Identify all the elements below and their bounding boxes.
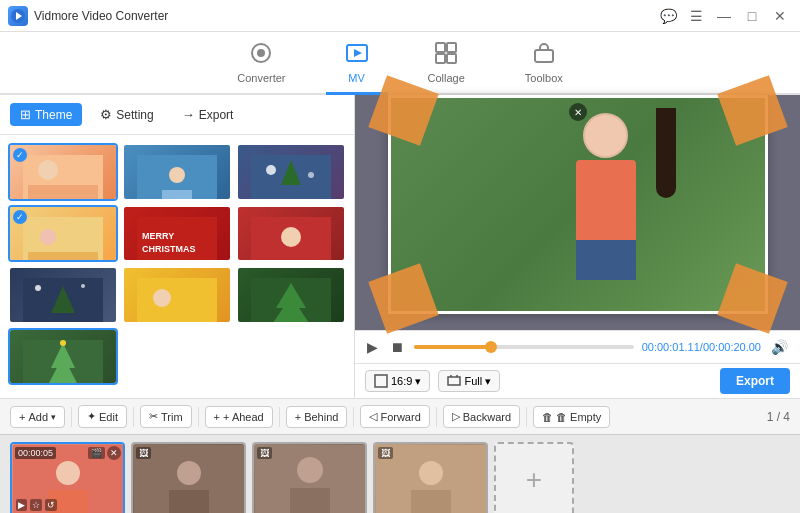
timeline-item-2[interactable]: 🖼 [131, 442, 246, 513]
quality-select[interactable]: Full ▾ [438, 370, 500, 392]
tab-converter[interactable]: Converter [217, 38, 305, 95]
tab-toolbox[interactable]: Toolbox [505, 38, 583, 95]
behind-button[interactable]: + Behind [286, 406, 348, 428]
panel-tab-theme[interactable]: ⊞ Theme [10, 103, 82, 126]
svg-rect-16 [162, 190, 192, 200]
tab-converter-label: Converter [237, 72, 285, 84]
add-plus-icon: + [19, 411, 25, 423]
timeline-loop-icon[interactable]: ↺ [45, 499, 57, 511]
page-count: 1 / 4 [767, 410, 790, 424]
timeline-add-button[interactable]: + [494, 442, 574, 513]
theme-item-stripes-waves[interactable]: Stripes & Waves [122, 266, 232, 324]
svg-rect-9 [447, 54, 456, 63]
panel-tab-export-label: Export [199, 108, 234, 122]
svg-rect-10 [535, 50, 553, 62]
play-button[interactable]: ▶ [365, 337, 380, 357]
time-current: 00:00:01.11 [642, 341, 700, 353]
tab-collage-label: Collage [428, 72, 465, 84]
progress-fill [414, 345, 491, 349]
theme-item-christmas-eve[interactable]: Christmas Eve [236, 143, 346, 201]
mv-icon [346, 42, 368, 69]
theme-item-beautiful-christmas[interactable]: Beautiful Christmas [8, 328, 118, 386]
player-controls: ▶ ⏹ 00:00:01.11/00:00:20.00 🔊 [355, 330, 800, 363]
aspect-ratio-value: 16:9 [391, 375, 412, 387]
format-bar: 16:9 ▾ Full ▾ Export [355, 363, 800, 398]
collage-icon [435, 42, 457, 69]
theme-item-snowy-night[interactable]: Snowy Night [8, 266, 118, 324]
timeline-close-1[interactable]: ✕ [107, 446, 121, 460]
volume-button[interactable]: 🔊 [769, 337, 790, 357]
theme-grid-icon: ⊞ [20, 107, 31, 122]
backward-label: Backward [463, 411, 511, 423]
add-label: Add [28, 411, 48, 423]
preview-area: ✕ [388, 95, 768, 314]
svg-text:CHRISTMAS: CHRISTMAS [142, 244, 196, 254]
edit-star-icon: ✦ [87, 410, 96, 423]
svg-point-28 [281, 227, 301, 247]
export-button[interactable]: Export [720, 368, 790, 394]
svg-rect-34 [137, 278, 217, 324]
svg-rect-60 [411, 490, 451, 514]
title-bar: Vidmore Video Converter 💬 ☰ — □ ✕ [0, 0, 800, 32]
stop-button[interactable]: ⏹ [388, 337, 406, 357]
panel-tab-export[interactable]: → Export [172, 103, 244, 126]
trim-button[interactable]: ✂ Trim [140, 405, 192, 428]
separator-4 [279, 407, 280, 427]
theme-item-simple[interactable]: Simple [122, 143, 232, 201]
panel-tab-setting[interactable]: ⚙ Setting [90, 103, 163, 126]
progress-bar[interactable] [414, 345, 634, 349]
timeline-star-icon[interactable]: ☆ [30, 499, 42, 511]
svg-point-12 [38, 160, 58, 180]
quality-chevron: ▾ [485, 375, 491, 388]
timeline-play-controls-1: ▶ ☆ ↺ [16, 499, 57, 511]
theme-check-current: ✓ [13, 148, 27, 162]
toolbox-icon [533, 42, 555, 69]
svg-rect-39 [286, 323, 296, 324]
theme-item-santa-claus[interactable]: Santa Claus [236, 205, 346, 263]
timeline-item-3[interactable]: 🖼 [252, 442, 367, 513]
separator-3 [198, 407, 199, 427]
theme-item-christmas-tree[interactable]: Christmas Tree [236, 266, 346, 324]
timeline-item-4[interactable]: 🖼 [373, 442, 488, 513]
theme-item-current[interactable]: ✓ Current [8, 143, 118, 201]
svg-rect-54 [169, 490, 209, 514]
preview-close-button[interactable]: ✕ [569, 103, 587, 121]
minimize-button[interactable]: — [712, 6, 736, 26]
ahead-button[interactable]: + + Ahead [205, 406, 273, 428]
empty-button[interactable]: 🗑 🗑 Empty [533, 406, 610, 428]
tab-mv[interactable]: MV [326, 38, 388, 95]
svg-rect-43 [59, 385, 67, 386]
timeline-play-icon[interactable]: ▶ [16, 499, 27, 511]
app-title: Vidmore Video Converter [34, 9, 168, 23]
aspect-ratio-select[interactable]: 16:9 ▾ [365, 370, 430, 392]
svg-rect-46 [448, 377, 460, 385]
menu-button[interactable]: ☰ [684, 6, 708, 26]
svg-point-19 [308, 172, 314, 178]
svg-point-44 [60, 340, 66, 346]
chat-button[interactable]: 💬 [656, 6, 680, 26]
timeline-item-1[interactable]: ✕ 00:00:05 ▶ ☆ ↺ 🎬 [10, 442, 125, 513]
add-button[interactable]: + Add ▾ [10, 406, 65, 428]
theme-item-merry-christmas[interactable]: MERRYCHRISTMAS Merry Christmas [122, 205, 232, 263]
svg-point-59 [419, 461, 443, 485]
empty-label: 🗑 Empty [556, 411, 601, 423]
close-button[interactable]: ✕ [768, 6, 792, 26]
maximize-button[interactable]: □ [740, 6, 764, 26]
theme-thumb-santa-claus [238, 207, 344, 263]
svg-rect-45 [375, 375, 387, 387]
svg-point-15 [169, 167, 185, 183]
forward-button[interactable]: ◁ Forward [360, 405, 429, 428]
svg-point-22 [40, 229, 56, 245]
backward-button[interactable]: ▷ Backward [443, 405, 520, 428]
girl-legs [576, 240, 636, 280]
panel-tab-theme-label: Theme [35, 108, 72, 122]
progress-thumb[interactable] [485, 341, 497, 353]
title-bar-left: Vidmore Video Converter [8, 6, 168, 26]
edit-button[interactable]: ✦ Edit [78, 405, 127, 428]
time-total: 00:00:20.00 [703, 341, 761, 353]
theme-thumb-simple [124, 145, 230, 201]
timeline: ✕ 00:00:05 ▶ ☆ ↺ 🎬 🖼 🖼 🖼 + [0, 434, 800, 513]
theme-item-happy[interactable]: ✓ Happy [8, 205, 118, 263]
forward-label: Forward [380, 411, 420, 423]
theme-thumb-beautiful-christmas [10, 330, 116, 386]
